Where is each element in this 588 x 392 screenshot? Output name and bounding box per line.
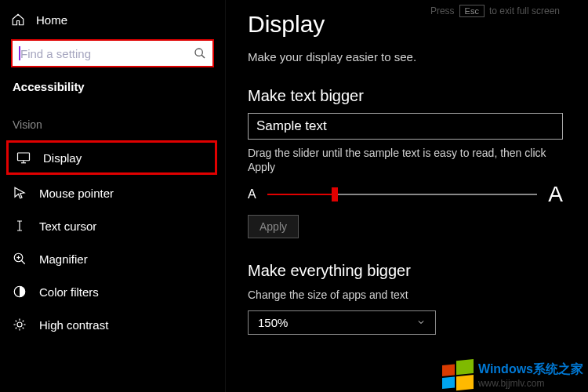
svg-point-11 <box>17 322 22 327</box>
section-make-everything-bigger: Make everything bigger <box>248 262 566 280</box>
display-icon <box>16 151 31 165</box>
high-contrast-icon <box>13 318 27 332</box>
sidebar-item-text-cursor[interactable]: Text cursor <box>0 209 225 242</box>
sidebar-item-color-filters[interactable]: Color filters <box>0 275 225 308</box>
home-icon <box>11 13 25 27</box>
watermark-url: www.bjjmlv.com <box>478 378 583 389</box>
scale-dropdown[interactable]: 150% <box>248 310 436 335</box>
sidebar-item-label: Mouse pointer <box>39 187 114 200</box>
sidebar-item-label: Color filters <box>39 285 99 299</box>
main-panel: Press Esc to exit full screen Display Ma… <box>226 0 588 392</box>
everything-help-text: Change the size of apps and text <box>248 288 563 302</box>
hint-rest: to exit full screen <box>489 5 560 16</box>
apply-button[interactable]: Apply <box>248 215 299 238</box>
text-cursor-icon <box>13 219 27 233</box>
sidebar-item-display[interactable]: Display <box>6 140 217 175</box>
sidebar-item-label: Display <box>43 151 82 165</box>
svg-line-18 <box>16 328 17 329</box>
color-filters-icon <box>13 285 27 299</box>
chevron-down-icon <box>416 318 426 327</box>
svg-line-17 <box>23 328 24 329</box>
group-label-vision: Vision <box>0 101 225 139</box>
big-a-label: A <box>548 182 563 207</box>
text-size-slider[interactable] <box>267 193 538 196</box>
hint-press: Press <box>430 5 455 16</box>
sidebar: Home Accessibility Vision Display Mouse … <box>0 0 226 392</box>
page-intro: Make your display easier to see. <box>248 50 566 64</box>
search-input[interactable] <box>11 39 214 67</box>
small-a-label: A <box>248 187 256 201</box>
esc-key: Esc <box>459 5 485 17</box>
section-heading: Accessibility <box>0 77 225 101</box>
svg-line-19 <box>23 321 24 322</box>
windows-logo-icon <box>442 359 474 390</box>
slider-help-text: Drag the slider until the sample text is… <box>248 146 563 174</box>
home-nav[interactable]: Home <box>0 8 225 34</box>
fullscreen-exit-hint: Press Esc to exit full screen <box>430 5 560 17</box>
sidebar-item-label: High contrast <box>39 318 108 332</box>
sample-text-box: Sample text <box>248 113 563 140</box>
sidebar-item-label: Text cursor <box>39 220 96 233</box>
slider-thumb[interactable] <box>332 187 338 201</box>
svg-rect-2 <box>18 153 30 161</box>
sidebar-item-mouse-pointer[interactable]: Mouse pointer <box>0 176 225 209</box>
magnifier-icon <box>13 252 27 266</box>
watermark: Windows系统之家 www.bjjmlv.com <box>437 358 588 392</box>
home-label: Home <box>36 13 67 27</box>
sidebar-item-high-contrast[interactable]: High contrast <box>0 308 225 341</box>
sidebar-item-magnifier[interactable]: Magnifier <box>0 242 225 275</box>
scale-value: 150% <box>258 316 288 329</box>
text-size-slider-row: A A <box>248 182 563 207</box>
section-make-text-bigger: Make text bigger <box>248 87 566 105</box>
search-container <box>11 39 214 67</box>
mouse-pointer-icon <box>13 186 27 200</box>
svg-line-7 <box>21 260 25 264</box>
svg-line-16 <box>16 321 17 322</box>
watermark-title: Windows系统之家 <box>478 361 583 378</box>
text-caret <box>19 46 20 60</box>
sidebar-item-label: Magnifier <box>39 252 88 266</box>
